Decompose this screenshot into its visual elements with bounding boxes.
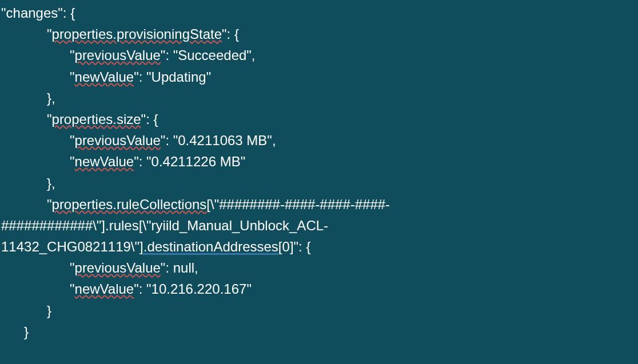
json-value: 10.216.220.167 bbox=[151, 281, 247, 297]
json-key: previousValue bbox=[75, 133, 161, 148]
code-line: } bbox=[1, 300, 637, 321]
json-key: changes bbox=[6, 5, 58, 21]
json-key: newValue bbox=[75, 154, 134, 169]
code-line: }, bbox=[1, 87, 637, 109]
json-key-part: ].destinationAddresses bbox=[139, 239, 278, 254]
code-line: }, bbox=[1, 173, 637, 194]
code-line: "previousValue": "0.4211063 MB", bbox=[1, 130, 637, 151]
json-key: properties.provisioningState bbox=[52, 26, 222, 42]
json-value: null bbox=[173, 260, 194, 275]
json-key: newValue bbox=[75, 69, 134, 85]
json-key: previousValue bbox=[75, 47, 161, 63]
json-code-block: "changes": { "properties.provisioningSta… bbox=[1, 2, 637, 342]
code-line: "newValue": "Updating" bbox=[1, 66, 637, 87]
code-line: "newValue": "10.216.220.167" bbox=[1, 278, 637, 299]
json-key-part: ############\"].rules[\"ryiild_Manual_Un… bbox=[1, 218, 328, 233]
code-line: ############\"].rules[\"ryiild_Manual_Un… bbox=[1, 215, 637, 236]
code-line: 11432_CHG0821119\"].destinationAddresses… bbox=[1, 236, 637, 257]
json-key: properties.size bbox=[52, 111, 141, 127]
code-line: "previousValue": "Succeeded", bbox=[1, 45, 637, 66]
code-line: "previousValue": null, bbox=[1, 257, 637, 278]
json-value: 0.4211063 MB bbox=[178, 133, 267, 148]
json-key-part: 11432_CHG0821119\" bbox=[1, 239, 139, 254]
json-value: Updating bbox=[151, 69, 206, 85]
json-key-part: [\"########-####-####-####- bbox=[206, 197, 390, 212]
json-value: 0.4211226 MB bbox=[151, 154, 241, 169]
code-line: "changes": { bbox=[1, 2, 637, 23]
json-key: previousValue bbox=[75, 260, 161, 275]
code-line: "properties.ruleCollections[\"########-#… bbox=[1, 194, 637, 215]
code-line: "properties.size": { bbox=[1, 109, 637, 130]
code-line: "properties.provisioningState": { bbox=[1, 23, 637, 45]
code-line: } bbox=[1, 321, 637, 342]
json-key: newValue bbox=[75, 281, 134, 297]
json-value: Succeeded bbox=[178, 47, 246, 63]
code-line: "newValue": "0.4211226 MB" bbox=[1, 151, 637, 172]
json-key-part: properties.ruleCollections bbox=[52, 197, 207, 212]
json-key-part: [0] bbox=[278, 239, 294, 254]
